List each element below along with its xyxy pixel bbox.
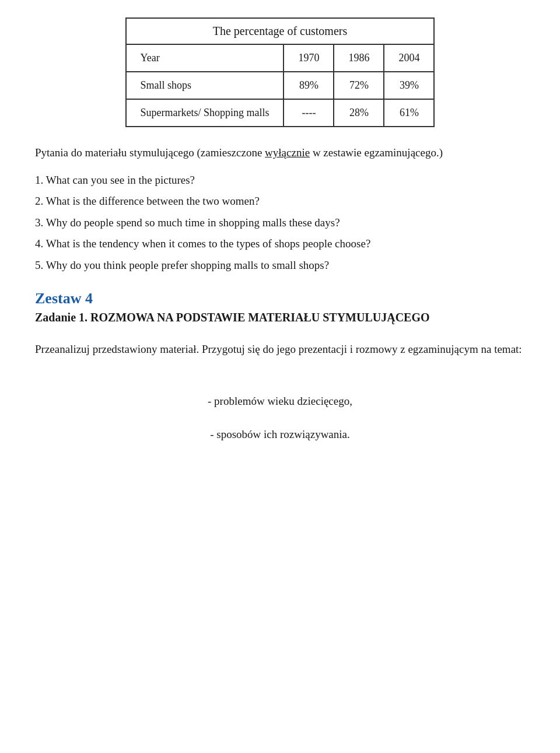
- percentage-table: The percentage of customers Year 1970 19…: [125, 17, 435, 127]
- cell-super-1986: 28%: [334, 99, 384, 127]
- row-label-small-shops: Small shops: [126, 72, 284, 99]
- table-row: Small shops 89% 72% 39%: [126, 72, 435, 99]
- zestaw-section: Zestaw 4 Zadanie 1. ROZMOWA NA PODSTAWIE…: [35, 290, 525, 443]
- row-label-supermarkets: Supermarkets/ Shopping malls: [126, 99, 284, 127]
- col-header-year: Year: [126, 44, 284, 72]
- intro-text-part2: w zestawie egzaminującego.): [310, 146, 443, 159]
- zestaw-title: Zestaw 4: [35, 290, 525, 307]
- cell-small-1986: 72%: [334, 72, 384, 99]
- question-item: 3. Why do people spend so much time in s…: [35, 215, 525, 232]
- table-caption: The percentage of customers: [125, 17, 435, 44]
- col-header-1986: 1986: [334, 44, 384, 72]
- question-item: 5. Why do you think people prefer shoppi…: [35, 257, 525, 274]
- intro-text-part1: Pytania do materiału stymulującego (zami…: [35, 146, 265, 159]
- zadanie-title: Zadanie 1. ROZMOWA NA PODSTAWIE MATERIAŁ…: [35, 311, 525, 324]
- cell-small-1970: 89%: [284, 72, 334, 99]
- col-header-1970: 1970: [284, 44, 334, 72]
- intro-paragraph: Pytania do materiału stymulującego (zami…: [35, 145, 525, 162]
- question-item: 1. What can you see in the pictures?: [35, 172, 525, 189]
- bullet-list: - problemów wieku dziecięcego, - sposobó…: [35, 393, 525, 443]
- table-row: Supermarkets/ Shopping malls ---- 28% 61…: [126, 99, 435, 127]
- bullet-item: - problemów wieku dziecięcego,: [35, 393, 525, 410]
- questions-section: Pytania do materiału stymulującego (zami…: [35, 145, 525, 274]
- cell-super-1970: ----: [284, 99, 334, 127]
- cell-small-2004: 39%: [384, 72, 434, 99]
- question-list: 1. What can you see in the pictures? 2. …: [35, 172, 525, 274]
- intro-text-underline: wyłącznie: [265, 146, 310, 159]
- question-item: 2. What is the difference between the tw…: [35, 193, 525, 210]
- bullet-item: - sposobów ich rozwiązywania.: [35, 426, 525, 443]
- table-section: The percentage of customers Year 1970 19…: [35, 17, 525, 127]
- cell-super-2004: 61%: [384, 99, 434, 127]
- col-header-2004: 2004: [384, 44, 434, 72]
- question-item: 4. What is the tendency when it comes to…: [35, 236, 525, 253]
- table-header-row: Year 1970 1986 2004: [126, 44, 435, 72]
- instruction-text: Przeanalizuj przedstawiony materiał. Prz…: [35, 341, 525, 358]
